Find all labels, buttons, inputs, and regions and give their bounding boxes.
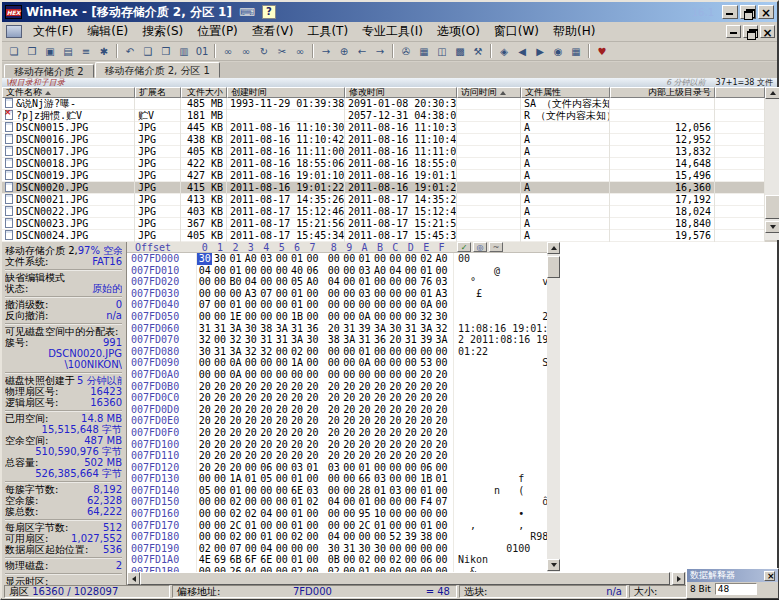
hex-byte[interactable]: 00 xyxy=(326,311,341,323)
hex-byte[interactable]: 00 xyxy=(434,265,449,277)
hex-byte[interactable]: 00 xyxy=(342,288,357,300)
hex-byte[interactable]: 20 xyxy=(403,392,418,404)
hex-byte[interactable]: 20 xyxy=(326,439,341,451)
hex-byte[interactable]: 01 xyxy=(289,554,304,566)
hex-byte[interactable]: 00 xyxy=(274,265,289,277)
hex-byte[interactable]: 20 xyxy=(326,427,341,439)
hex-byte[interactable]: 00 xyxy=(197,496,212,508)
hex-byte[interactable]: 20 xyxy=(305,439,320,451)
hex-byte[interactable]: 03 xyxy=(305,485,320,497)
hex-ascii[interactable]: 01:22 xyxy=(453,346,554,358)
hex-byte[interactable]: 02 xyxy=(197,543,212,555)
hex-byte[interactable]: 20 xyxy=(197,404,212,416)
hex-byte[interactable]: 00 xyxy=(274,473,289,485)
hex-byte[interactable]: 00 xyxy=(274,299,289,311)
hex-ascii[interactable]: 0100 xyxy=(453,543,554,555)
hex-byte[interactable]: 04 xyxy=(388,265,403,277)
hex-byte[interactable]: 20 xyxy=(274,381,289,393)
hex-byte[interactable]: 00 xyxy=(259,496,274,508)
hex-byte[interactable]: A0 xyxy=(243,253,258,265)
hex-byte[interactable]: 03 xyxy=(259,253,274,265)
hex-byte[interactable]: 01 xyxy=(357,496,372,508)
hex-byte[interactable]: 04 xyxy=(326,496,341,508)
hex-byte[interactable]: 00 xyxy=(305,288,320,300)
hex-byte[interactable]: 00 xyxy=(342,531,357,543)
hex-byte[interactable]: 4E xyxy=(197,554,212,566)
hex-byte[interactable]: 1B xyxy=(418,473,433,485)
hex-byte[interactable]: 30 xyxy=(243,334,258,346)
hex-byte[interactable]: 20 xyxy=(228,450,243,462)
hex-byte[interactable]: 40 xyxy=(289,265,304,277)
hex-byte[interactable]: 01 xyxy=(372,485,387,497)
hex-byte[interactable]: B0 xyxy=(228,276,243,288)
hex-byte[interactable]: 32 xyxy=(228,334,243,346)
hex-ascii[interactable]: • xyxy=(453,508,554,520)
scroll-down-icon[interactable] xyxy=(547,559,560,571)
hex-byte[interactable]: 20 xyxy=(243,404,258,416)
hex-byte[interactable]: 20 xyxy=(418,404,433,416)
hex-byte[interactable]: 20 xyxy=(357,392,372,404)
screenshot-button[interactable]: ◉ xyxy=(549,43,567,59)
hex-byte[interactable]: 31 xyxy=(289,323,304,335)
hex-byte[interactable]: 20 xyxy=(418,427,433,439)
hex-byte[interactable]: 20 xyxy=(274,450,289,462)
hex-byte[interactable]: 20 xyxy=(228,404,243,416)
find-hex-button[interactable]: ∞ xyxy=(237,43,255,59)
hex-byte[interactable]: 00 xyxy=(274,276,289,288)
prev-window-button[interactable]: ◀ xyxy=(513,43,531,59)
hex-byte[interactable]: 00 xyxy=(418,346,433,358)
hex-byte[interactable]: 00 xyxy=(326,288,341,300)
hex-byte[interactable]: 00 xyxy=(212,299,227,311)
copy-button[interactable]: ❒ xyxy=(157,43,175,59)
hex-byte[interactable]: 01 xyxy=(418,288,433,300)
hex-ascii[interactable]: , , xyxy=(453,520,554,532)
hex-byte[interactable]: 01 xyxy=(289,473,304,485)
hex-ascii[interactable] xyxy=(453,369,554,381)
hex-horizontal-scrollbar[interactable] xyxy=(127,572,685,585)
hex-byte[interactable]: 00 xyxy=(289,369,304,381)
hex-byte[interactable]: 20 xyxy=(197,462,212,474)
hex-byte[interactable]: 00 xyxy=(243,299,258,311)
menu-item-4[interactable]: 位置(P) xyxy=(190,22,245,41)
hex-byte[interactable]: 00 xyxy=(243,369,258,381)
hex-byte[interactable]: 00 xyxy=(434,462,449,474)
scroll-thumb[interactable] xyxy=(765,195,779,219)
hex-byte[interactable]: 20 xyxy=(372,450,387,462)
hex-byte[interactable]: 01 xyxy=(289,299,304,311)
hex-byte[interactable]: 03 xyxy=(434,276,449,288)
hex-byte[interactable]: 03 xyxy=(372,473,387,485)
continue-search-button[interactable]: ↻ xyxy=(255,43,273,59)
hex-byte[interactable]: 02 xyxy=(228,508,243,520)
scroll-up-icon[interactable] xyxy=(765,87,779,99)
hex-ascii[interactable] xyxy=(453,299,554,311)
hex-byte[interactable]: 00 xyxy=(388,369,403,381)
undo-button[interactable]: ↶ xyxy=(121,43,139,59)
hex-byte[interactable]: 20 xyxy=(197,427,212,439)
hex-byte[interactable]: 00 xyxy=(403,369,418,381)
minimize-button[interactable] xyxy=(722,5,738,19)
hex-ascii[interactable]: ° v xyxy=(453,276,554,288)
hex-byte[interactable]: 20 xyxy=(372,439,387,451)
hex-byte[interactable]: 20 xyxy=(289,427,304,439)
hex-byte[interactable]: 01 xyxy=(418,485,433,497)
hex-byte[interactable]: 00 xyxy=(274,462,289,474)
hex-byte[interactable]: 38 xyxy=(326,334,341,346)
hex-byte[interactable]: 20 xyxy=(289,450,304,462)
column-header-3[interactable]: 文件大小 xyxy=(181,87,227,98)
hex-byte[interactable]: 20 xyxy=(305,415,320,427)
hex-byte[interactable]: 1A xyxy=(289,357,304,369)
hex-byte[interactable]: 20 xyxy=(212,381,227,393)
hex-ascii[interactable]: f xyxy=(453,473,554,485)
hex-byte[interactable]: 30 xyxy=(388,323,403,335)
hex-byte[interactable]: 20 xyxy=(418,439,433,451)
highlight-search-icon[interactable]: ◎ xyxy=(473,242,487,252)
hex-byte[interactable]: 20 xyxy=(326,404,341,416)
hex-byte[interactable]: 00 xyxy=(434,299,449,311)
hex-byte[interactable]: 00 xyxy=(274,543,289,555)
hex-byte[interactable]: 00 xyxy=(326,346,341,358)
menu-item-1[interactable]: 文件(F) xyxy=(26,22,80,41)
hex-byte[interactable]: 20 xyxy=(357,439,372,451)
hex-byte[interactable]: A3 xyxy=(434,288,449,300)
hex-byte[interactable]: 00 xyxy=(403,265,418,277)
hex-byte[interactable]: 00 xyxy=(388,462,403,474)
